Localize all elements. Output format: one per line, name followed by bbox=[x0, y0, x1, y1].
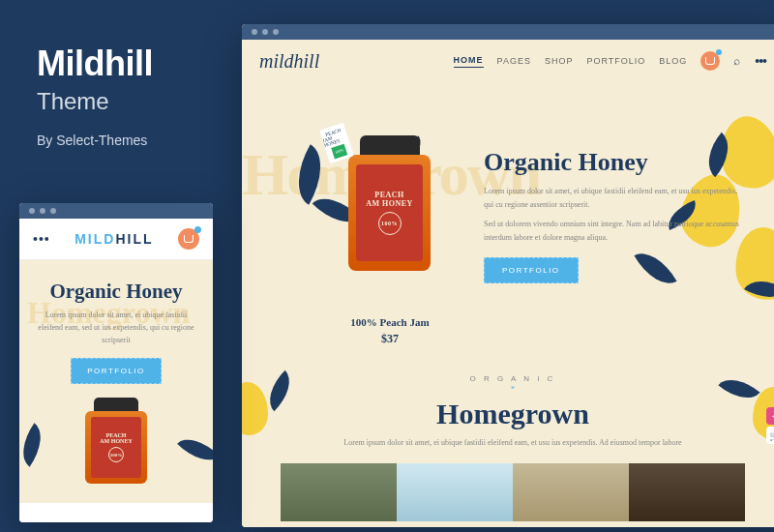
more-menu-icon[interactable]: ••• bbox=[755, 53, 766, 69]
leaf-illustration bbox=[19, 424, 51, 467]
homegrown-section: O R G A N I C * Homegrown Lorem ipsum do… bbox=[242, 363, 774, 521]
traffic-dot bbox=[40, 208, 45, 214]
traffic-dot bbox=[29, 208, 35, 214]
nav-home[interactable]: HOME bbox=[454, 55, 484, 68]
product-caption: 100% Peach Jam $37 bbox=[337, 316, 443, 346]
cart-icon[interactable] bbox=[178, 228, 199, 250]
desktop-viewport: mildhill HOME PAGES SHOP PORTFOLIO BLOG … bbox=[242, 40, 774, 527]
decorative-dot: * bbox=[261, 385, 764, 394]
gallery-image[interactable] bbox=[629, 463, 745, 521]
gallery-image[interactable] bbox=[281, 463, 397, 521]
theme-subtitle: Theme bbox=[37, 88, 153, 115]
menu-icon[interactable]: ••• bbox=[33, 231, 50, 247]
traffic-dot bbox=[252, 29, 257, 35]
mobile-product-jar[interactable]: PEACH AM HONEY 100% bbox=[85, 398, 148, 484]
hero-section: Homegrown PEACH JAM HONEY 100% PEACH bbox=[242, 82, 774, 363]
mobile-header: ••• MILDHILL bbox=[19, 219, 213, 260]
section-overline: O R G A N I C bbox=[261, 374, 764, 383]
nav-shop[interactable]: SHOP bbox=[545, 56, 574, 66]
jar-label: PEACH AM HONEY 100% bbox=[91, 417, 141, 478]
product-name: 100% Peach Jam bbox=[337, 316, 443, 328]
theme-title: Mildhill bbox=[37, 44, 153, 84]
hero-title: Organic Honey bbox=[484, 148, 745, 177]
section-description: Lorem ipsum dolor sit amet, ei ubique fa… bbox=[329, 436, 697, 450]
hero-description: Sed ut dolorem vivendo omnium sint integ… bbox=[484, 218, 745, 244]
mobile-viewport: ••• MILDHILL Homegrown Organic Honey Lor… bbox=[19, 219, 213, 522]
image-gallery-row bbox=[261, 463, 764, 521]
leaf-illustration bbox=[177, 429, 213, 471]
site-logo[interactable]: mildhill bbox=[259, 50, 319, 73]
traffic-dot bbox=[262, 29, 268, 35]
help-badge-icon[interactable]: ✦ bbox=[766, 407, 774, 425]
traffic-dot bbox=[50, 208, 56, 214]
nav-portfolio[interactable]: PORTFOLIO bbox=[586, 56, 645, 66]
cart-badge-icon[interactable]: 🛒 bbox=[766, 427, 774, 444]
hero-description: Lorem ipsum dolor sit amet, ei ubique fa… bbox=[484, 185, 745, 211]
gallery-image[interactable] bbox=[397, 463, 513, 521]
product-jar-image[interactable]: PEACH AM HONEY 100% bbox=[348, 135, 431, 271]
site-header: mildhill HOME PAGES SHOP PORTFOLIO BLOG … bbox=[242, 40, 774, 82]
portfolio-button[interactable]: PORTFOLIO bbox=[484, 257, 579, 283]
search-icon[interactable]: ⌕ bbox=[733, 54, 741, 68]
product-price: $37 bbox=[337, 332, 443, 346]
nav-blog[interactable]: BLOG bbox=[659, 56, 687, 66]
hero-copy: Organic Honey Lorem ipsum dolor sit amet… bbox=[484, 148, 745, 283]
main-nav: HOME PAGES SHOP PORTFOLIO BLOG ⌕ ••• bbox=[454, 51, 766, 71]
desktop-preview-window: mildhill HOME PAGES SHOP PORTFOLIO BLOG … bbox=[242, 24, 774, 527]
mobile-logo[interactable]: MILDHILL bbox=[74, 231, 153, 247]
theme-info-panel: Mildhill Theme By Select-Themes bbox=[37, 44, 153, 148]
nav-pages[interactable]: PAGES bbox=[497, 56, 531, 66]
window-traffic-bar bbox=[242, 24, 774, 40]
mobile-hero-description: Lorem ipsum dolor sit amet, ei ubique fa… bbox=[37, 310, 195, 346]
cart-icon[interactable] bbox=[700, 51, 720, 71]
floating-action-badges: ✦ 🛒 bbox=[766, 407, 774, 444]
theme-author: By Select-Themes bbox=[37, 133, 153, 148]
jar-label: PEACH AM HONEY 100% bbox=[356, 164, 423, 261]
mobile-hero: Homegrown Organic Honey Lorem ipsum dolo… bbox=[19, 260, 213, 503]
mobile-hero-title: Organic Honey bbox=[37, 280, 195, 304]
gallery-image[interactable] bbox=[513, 463, 629, 521]
portfolio-button[interactable]: PORTFOLIO bbox=[71, 358, 162, 384]
window-traffic-bar bbox=[19, 203, 213, 219]
mobile-preview-window: ••• MILDHILL Homegrown Organic Honey Lor… bbox=[19, 203, 213, 522]
section-title: Homegrown bbox=[261, 398, 764, 430]
traffic-dot bbox=[273, 29, 279, 35]
